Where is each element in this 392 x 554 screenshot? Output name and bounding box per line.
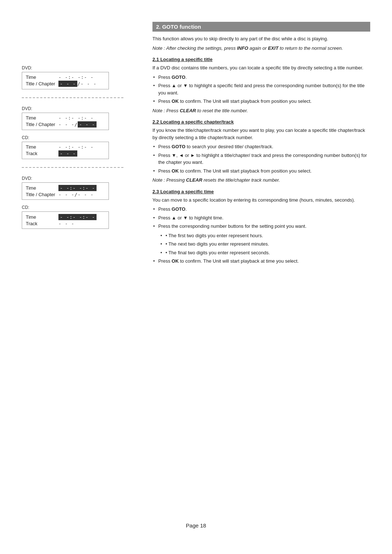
sub21-bullets: Press GOTO. Press ▲ or ▼ to highlight a …: [152, 74, 370, 105]
sub21-bullet-1: Press GOTO.: [152, 74, 370, 81]
sub23-bullet-2: Press ▲ or ▼ to highlight time.: [152, 214, 370, 222]
sub23-bullets: Press GOTO. Press ▲ or ▼ to highlight ti…: [152, 206, 370, 230]
intro-note: Note : After checking the settings, pres…: [152, 45, 370, 52]
sub23-p1: You can move to a specific location by e…: [152, 197, 370, 204]
section3-dvd-time-label: Time: [26, 185, 58, 191]
section3-cd-time-label: Time: [26, 214, 58, 220]
section2-dvd-title-right: - - -: [78, 121, 97, 128]
section3-dvd-box: Time - -:- -:- - Title / Chapter - - -/-…: [22, 182, 109, 200]
section3-cd-time-row: Time - -:- -:- -: [26, 214, 105, 220]
right-column: 2. GOTO function This function allows yo…: [142, 15, 392, 515]
section2-cd-track-label: Track: [26, 151, 58, 156]
divider-2: [22, 167, 123, 168]
section2-cd-time-row: Time - -:- -:- -: [26, 144, 105, 150]
section2-dvd-title-left: - - -/: [58, 122, 78, 127]
section3-dvd-label: DVD:: [22, 176, 131, 181]
section3-diagrams: DVD: Time - -:- -:- - Title / Chapter - …: [22, 176, 131, 229]
section2-cd-time-value: - -:- -:- -: [58, 144, 94, 150]
sub21-p1: If a DVD disc contains title numbers, yo…: [152, 64, 370, 72]
sub23-last-bullet-list: Press OK to confirm. The Unit will start…: [152, 258, 370, 265]
intro-p1: This function allows you to skip directl…: [152, 35, 370, 43]
section3-cd-box: Time - -:- -:- - Track - - -: [22, 211, 109, 229]
section3-cd-track-row: Track - - -: [26, 221, 105, 226]
sub23-last-bullet: Press OK to confirm. The Unit will start…: [152, 258, 370, 265]
section3-dvd-title-label: Title / Chapter: [26, 192, 58, 197]
section2-cd-time-label: Time: [26, 144, 58, 150]
section3-cd-time-value: - -:- -:- -: [58, 214, 97, 220]
section3-cd-track-label: Track: [26, 221, 58, 226]
section1-dvd-label: DVD:: [22, 65, 131, 70]
section2-dvd-title-label: Title / Chapter: [26, 122, 58, 127]
section3-dvd-title-value: - - -/- - -: [58, 192, 94, 197]
sub23-heading: 2.3 Locating a specific time: [152, 189, 370, 194]
section3-dvd-time-value: - -:- -:- -: [58, 185, 97, 191]
section2-dvd-box: Time - -:- -:- - Title / Chapter - - -/ …: [22, 113, 109, 130]
section-heading: 2. GOTO function: [152, 22, 370, 32]
sub23-block: 2.3 Locating a specific time You can mov…: [152, 189, 370, 265]
section2-dvd-title-row: Title / Chapter - - -/ - - -: [26, 121, 105, 128]
two-col-layout: DVD: Time - -:- -:- - Title / Chapter - …: [0, 15, 392, 515]
sub23-sub-bullet-1: • The first two digits you enter represe…: [160, 232, 370, 239]
section2-cd-label: CD:: [22, 135, 131, 140]
sub22-bullet-1: Press GOTO to search your desired title/…: [152, 143, 370, 150]
section3-dvd-time-row: Time - -:- -:- -: [26, 185, 105, 191]
sub23-bullet-3: Press the corresponding number buttons f…: [152, 223, 370, 230]
section1-time-label: Time: [26, 74, 58, 80]
section3-cd-label: CD:: [22, 205, 131, 210]
sub21-bullet-2: Press ▲ or ▼ to highlight a specific fie…: [152, 82, 370, 96]
sub23-sub-bullet-2: • The next two digits you enter represen…: [160, 240, 370, 248]
sub21-heading: 2.1 Locating a specific title: [152, 57, 370, 62]
section1-title-label: Title / Chapter: [26, 81, 58, 86]
sub21-note: Note : Press CLEAR to reset the title nu…: [152, 107, 370, 114]
sub21-block: 2.1 Locating a specific title If a DVD d…: [152, 57, 370, 114]
sub22-bullets: Press GOTO to search your desired title/…: [152, 143, 370, 174]
section1-title-row: Title / Chapter - - - /- - -: [26, 81, 105, 87]
sub22-p1: If you know the title/chapter/track numb…: [152, 127, 370, 141]
sub23-bullet-1: Press GOTO.: [152, 206, 370, 213]
sub23-sub-bullet-3: • The final two digits you enter represe…: [160, 249, 370, 256]
section1-title-value: - - -: [58, 81, 77, 87]
page-number: Page 18: [0, 515, 392, 532]
section2-cd-track-value: - - -: [58, 150, 77, 157]
sub22-block: 2.2 Locating a specific chapter/track If…: [152, 119, 370, 184]
section1-title-sep: /- - -: [77, 81, 97, 86]
divider-1: [22, 97, 123, 98]
section3-cd-track-value: - - -: [58, 221, 74, 226]
section2-diagrams: DVD: Time - -:- -:- - Title / Chapter - …: [22, 106, 131, 159]
section1-diagrams: DVD: Time - -:- -:- - Title / Chapter - …: [22, 65, 131, 89]
sub21-bullet-3: Press OK to confirm. The Unit will start…: [152, 98, 370, 105]
section2-cd-track-row: Track - - -: [26, 150, 105, 157]
sub22-bullet-2: Press ▼, ◄ or ► to highlight a title/cha…: [152, 152, 370, 166]
section2-dvd-label: DVD:: [22, 106, 131, 111]
section1-time-row: Time - -:- -:- -: [26, 74, 105, 80]
left-column: DVD: Time - -:- -:- - Title / Chapter - …: [0, 15, 142, 515]
section2-dvd-time-row: Time - -:- -:- -: [26, 115, 105, 121]
section3-dvd-title-row: Title / Chapter - - -/- - -: [26, 192, 105, 197]
sub22-bullet-3: Press OK to confirm. The Unit will start…: [152, 167, 370, 175]
page-wrapper: DVD: Time - -:- -:- - Title / Chapter - …: [0, 0, 392, 554]
section2-dvd-time-label: Time: [26, 115, 58, 121]
sub22-note: Note : Pressing CLEAR resets the title/c…: [152, 177, 370, 184]
sub23-sub-bullets: • The first two digits you enter represe…: [160, 232, 370, 256]
section1-dvd-box: Time - -:- -:- - Title / Chapter - - - /…: [22, 72, 109, 89]
sub22-heading: 2.2 Locating a specific chapter/track: [152, 119, 370, 125]
section1-time-value: - -:- -:- -: [58, 74, 94, 80]
section2-cd-box: Time - -:- -:- - Track - - -: [22, 142, 109, 159]
section2-dvd-time-value: - -:- -:- -: [58, 115, 94, 121]
